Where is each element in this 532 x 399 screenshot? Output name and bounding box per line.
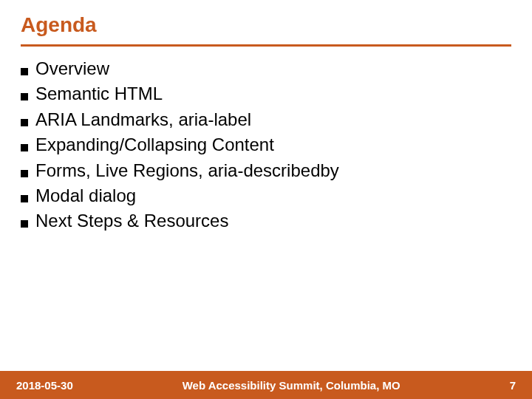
square-bullet-icon: [21, 170, 28, 177]
list-item-label: ARIA Landmarks, aria-label: [35, 108, 251, 132]
list-item-label: Expanding/Collapsing Content: [35, 133, 274, 157]
list-item-label: Overview: [35, 57, 109, 81]
square-bullet-icon: [21, 68, 28, 75]
list-item: Next Steps & Resources: [21, 209, 511, 233]
footer-page-number: 7: [510, 379, 516, 392]
list-item: Expanding/Collapsing Content: [21, 133, 511, 157]
slide-title: Agenda: [21, 13, 511, 37]
list-item: Semantic HTML: [21, 82, 511, 106]
square-bullet-icon: [21, 144, 28, 151]
square-bullet-icon: [21, 93, 28, 100]
square-bullet-icon: [21, 220, 28, 228]
slide: Agenda Overview Semantic HTML ARIA Landm…: [0, 0, 532, 399]
footer-date: 2018-05-30: [16, 379, 73, 392]
list-item: Modal dialog: [21, 184, 511, 208]
slide-footer: 2018-05-30 Web Accessibility Summit, Col…: [0, 371, 532, 399]
footer-title: Web Accessibility Summit, Columbia, MO: [73, 379, 510, 392]
list-item-label: Next Steps & Resources: [35, 209, 228, 233]
list-item: Overview: [21, 57, 511, 81]
list-item-label: Semantic HTML: [35, 82, 163, 106]
list-item: Forms, Live Regions, aria-describedby: [21, 159, 511, 183]
square-bullet-icon: [21, 195, 28, 202]
slide-header: Agenda: [0, 0, 532, 41]
list-item-label: Forms, Live Regions, aria-describedby: [35, 159, 339, 183]
list-item-label: Modal dialog: [35, 184, 136, 208]
agenda-list: Overview Semantic HTML ARIA Landmarks, a…: [0, 47, 532, 371]
square-bullet-icon: [21, 119, 28, 126]
list-item: ARIA Landmarks, aria-label: [21, 108, 511, 132]
